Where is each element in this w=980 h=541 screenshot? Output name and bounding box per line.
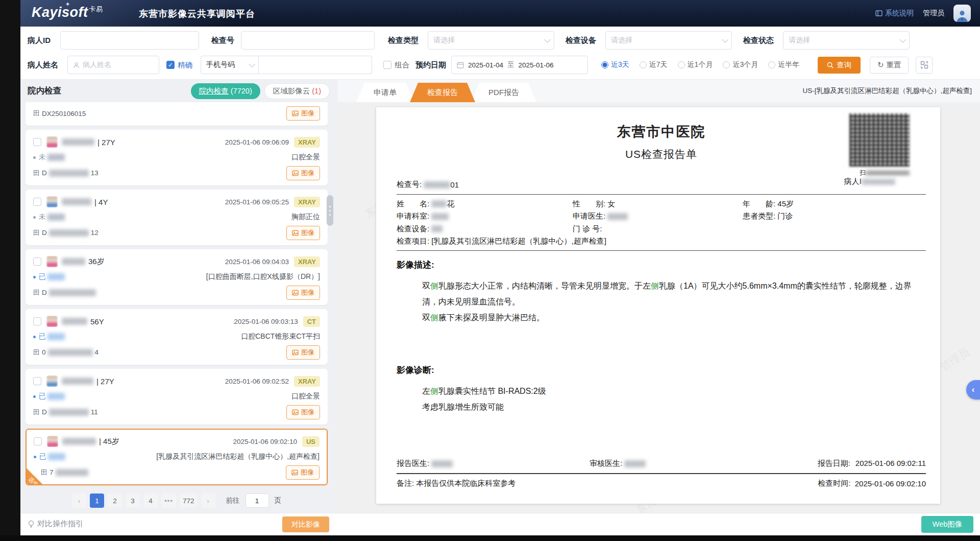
sidebar-title: 院内检查: [28, 85, 61, 97]
exam-list-item[interactable]: | 27Y 2025-01-06 09:02:52 XRAY 已 口腔全景 田D…: [26, 369, 328, 425]
prev-page-button[interactable]: ‹: [72, 493, 86, 508]
report-status: 已: [34, 452, 65, 461]
phone-input[interactable]: [259, 56, 372, 74]
combo-checkbox[interactable]: [383, 61, 391, 69]
image-icon: [292, 230, 299, 236]
open-image-button[interactable]: 图像: [286, 286, 320, 300]
patient-age: 56Y: [90, 317, 104, 326]
system-help-link[interactable]: 系统说明: [875, 9, 914, 18]
user-avatar[interactable]: [953, 5, 971, 22]
patient-name-input[interactable]: 病人姓名: [67, 56, 159, 74]
goto-label: 前往: [226, 496, 240, 505]
divider: [397, 473, 926, 474]
patient-id-input[interactable]: [60, 31, 199, 50]
compare-guide-link[interactable]: 对比操作指引: [28, 519, 83, 529]
film-icon: 田: [33, 408, 40, 417]
window-icon: [875, 10, 883, 16]
film-icon: 田: [33, 348, 40, 357]
film-icon: 田: [41, 468, 47, 477]
item-checkbox[interactable]: [33, 317, 41, 325]
range-7days-radio[interactable]: 近7天: [640, 60, 668, 69]
tab-pdf-report[interactable]: PDF报告: [471, 83, 536, 102]
item-checkbox[interactable]: [33, 138, 41, 146]
tab-request-form[interactable]: 申请单: [356, 83, 414, 102]
current-user-label[interactable]: 管理员: [923, 9, 944, 18]
item-checkbox[interactable]: [33, 257, 41, 266]
item-checkbox[interactable]: [33, 377, 41, 385]
film-icon: 田: [33, 169, 40, 178]
diag-section-title: 影像诊断:: [397, 364, 926, 376]
exam-datetime: 2025-01-06 09:06:09: [225, 138, 289, 146]
exam-no-input[interactable]: [241, 31, 375, 50]
range-3months-radio[interactable]: 近3个月: [723, 60, 758, 69]
device-select[interactable]: 请选择: [605, 31, 732, 50]
exam-list-item[interactable]: | 27Y 2025-01-06 09:06:09 XRAY 未 口腔全景 田D…: [26, 130, 328, 185]
exam-no-label: 检查号: [211, 36, 241, 45]
report-date: 2025-01-06 09:02:11: [855, 459, 926, 468]
desc-section-title: 影像描述:: [397, 259, 926, 271]
item-checkbox[interactable]: [33, 198, 41, 206]
page-button-2[interactable]: 2: [108, 493, 122, 508]
compare-images-button[interactable]: 对比影像: [282, 516, 329, 532]
web-image-button[interactable]: Web图像: [921, 516, 973, 533]
page-button-last[interactable]: 772: [180, 493, 198, 508]
exam-datetime: 2025-01-06 09:02:10: [233, 438, 297, 445]
open-image-button[interactable]: 图像: [286, 166, 320, 180]
query-button[interactable]: 查询: [818, 57, 861, 74]
patient-id-line: 病人I: [844, 177, 895, 186]
brand-tag: 卡易: [89, 5, 103, 13]
page-button-4[interactable]: 4: [143, 493, 158, 508]
patient-name-redacted: [62, 438, 96, 445]
range-halfyear-radio[interactable]: 近半年: [768, 60, 799, 69]
goto-page-input[interactable]: [246, 493, 269, 508]
brand-name: Kayisoft: [32, 5, 88, 20]
exact-checkbox[interactable]: ✓: [166, 61, 175, 69]
open-image-button[interactable]: 图像: [286, 345, 320, 360]
page-ellipsis[interactable]: •••: [161, 493, 176, 508]
date-to[interactable]: 2025-01-06: [519, 61, 554, 69]
report-viewer: 东营市影像云共享调阅平台 管理员 东营市影像云共享调阅平台 管理员 东营市影像云…: [338, 102, 980, 513]
status-select[interactable]: 请选择: [783, 31, 910, 50]
modality-badge: US: [302, 436, 320, 447]
layout-toggle-button[interactable]: [916, 57, 933, 74]
range-1month-radio[interactable]: 近1个月: [678, 60, 713, 69]
open-image-button[interactable]: 图像: [286, 226, 320, 240]
range-3days-radio[interactable]: 近3天: [601, 60, 629, 69]
tab-internal-exams[interactable]: 院内检查(7720): [191, 83, 260, 99]
date-range-picker[interactable]: 2025-01-04 至 2025-01-06: [451, 56, 588, 74]
patient-age: | 27Y: [97, 138, 115, 147]
patient-name-label: 病人姓名: [28, 60, 67, 70]
open-image-button[interactable]: 图像: [286, 465, 320, 480]
exam-list-panel: 院内检查 院内检查(7720) 区域影像云(1) 田DX250106015 图像: [20, 80, 333, 513]
reset-button[interactable]: ↻重置: [870, 57, 909, 74]
exam-type-select[interactable]: 请选择: [428, 31, 554, 50]
item-checkbox[interactable]: [34, 437, 42, 445]
image-icon: [292, 409, 299, 415]
exam-list-item-partial[interactable]: 田DX250106015 图像: [26, 102, 328, 126]
report-title: US检查报告单: [397, 147, 926, 161]
exam-name: 口腔CBCT锥形束CT平扫: [241, 332, 320, 341]
diag-paragraph: 左侧乳腺囊实性结节 BI-RADS:2级: [422, 383, 926, 399]
tab-regional-cloud[interactable]: 区域影像云(1): [264, 83, 330, 99]
hospital-name: 东营市中医院: [397, 123, 926, 141]
exam-name: 口腔全景: [291, 392, 320, 401]
modality-badge: XRAY: [294, 256, 320, 267]
date-from[interactable]: 2025-01-04: [468, 61, 503, 69]
page-button-1[interactable]: 1: [90, 493, 104, 508]
tab-exam-report[interactable]: 检查报告: [410, 83, 475, 102]
report-status: 未: [33, 153, 65, 162]
open-image-button[interactable]: 图像: [286, 405, 320, 419]
page-button-3[interactable]: 3: [126, 493, 140, 508]
patient-age: | 27Y: [96, 377, 114, 386]
exam-list-item[interactable]: 56Y 2025-01-06 09:03:13 CT 已 口腔CBCT锥形束CT…: [26, 309, 328, 365]
exam-list-item[interactable]: | 4Y 2025-01-06 09:05:25 XRAY 未 胸部正位 田D1…: [26, 190, 328, 245]
phone-field-select[interactable]: 手机号码: [201, 56, 259, 74]
open-image-button[interactable]: 图像: [286, 106, 320, 121]
exam-list-item[interactable]: 36岁 2025-01-06 09:04:03 XRAY 已 [口腔曲面断层,口…: [26, 249, 328, 305]
exam-list-item-selected[interactable]: | 45岁 2025-01-06 09:02:10 US 已 [乳腺及其引流区淋…: [26, 429, 328, 485]
next-page-button[interactable]: ›: [201, 493, 215, 508]
patient-name-redacted: [62, 258, 85, 265]
panel-splitter-handle[interactable]: [327, 195, 333, 226]
exam-list[interactable]: 田DX250106015 图像 | 27Y 2025-01-06 09:06:0…: [20, 102, 333, 488]
exam-datetime: 2025-01-06 09:05:25: [225, 198, 289, 206]
